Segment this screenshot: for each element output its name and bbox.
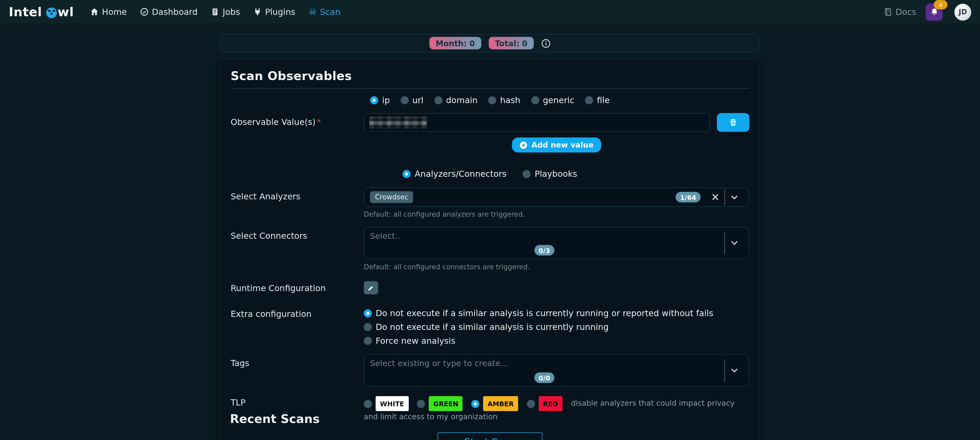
tags-multiselect[interactable]: Select existing or type to create... 0/0 xyxy=(364,354,749,387)
observable-type-radios: ip url domain hash generic file xyxy=(231,89,749,113)
remove-value-button[interactable] xyxy=(717,113,749,132)
nav-item-home[interactable]: Home xyxy=(90,7,127,17)
connectors-count-badge: 0/3 xyxy=(534,245,555,256)
notifications-button[interactable]: 4 xyxy=(926,3,942,20)
info-icon[interactable] xyxy=(541,38,550,48)
observable-value-input[interactable] xyxy=(364,113,710,132)
pencil-icon xyxy=(368,284,374,291)
radio-domain[interactable] xyxy=(434,96,442,104)
notification-count-badge: 4 xyxy=(934,0,948,9)
connectors-multiselect[interactable]: Select.. 0/3 xyxy=(364,227,749,259)
trash-icon xyxy=(729,118,737,127)
extra-option-3[interactable]: Force new analysis xyxy=(364,335,749,346)
plus-icon xyxy=(520,141,528,149)
jobs-icon xyxy=(211,8,220,16)
tlp-green-badge: GREEN xyxy=(429,396,463,411)
tlp-option-amber[interactable]: AMBER xyxy=(471,396,518,411)
chevron-down-icon[interactable] xyxy=(725,241,744,246)
tlp-option-green[interactable]: GREEN xyxy=(417,396,463,411)
radio-tlp-white[interactable] xyxy=(364,400,372,408)
radio-tlp-green[interactable] xyxy=(417,400,425,408)
type-option-file[interactable]: file xyxy=(585,95,610,105)
type-option-generic[interactable]: generic xyxy=(531,95,574,105)
job-stats-box: Month: 0 Total: 0 xyxy=(220,34,760,52)
mode-label: Playbooks xyxy=(535,169,577,179)
recent-scans-heading: Recent Scans xyxy=(230,412,320,426)
required-asterisk: * xyxy=(317,117,321,127)
type-label: domain xyxy=(446,95,477,105)
type-label: file xyxy=(597,95,609,105)
add-new-value-button[interactable]: Add new value xyxy=(512,137,601,152)
tlp-white-badge: WHITE xyxy=(375,396,409,411)
type-label: hash xyxy=(500,95,520,105)
connectors-helper-text: Default: all configured connectors are t… xyxy=(364,263,749,271)
connectors-placeholder: Select.. xyxy=(370,231,719,241)
month-count-badge: Month: 0 xyxy=(429,37,481,49)
type-label: url xyxy=(412,95,423,105)
radio-generic[interactable] xyxy=(531,96,539,104)
top-navbar: Intelwl Home Dashboard Jobs Plugins ☠ Sc… xyxy=(0,0,980,24)
type-option-url[interactable]: url xyxy=(401,95,424,105)
select-connectors-label: Select Connectors xyxy=(231,227,364,241)
nav-item-dashboard[interactable]: Dashboard xyxy=(140,7,197,17)
intelowl-brand[interactable]: Intelwl xyxy=(9,4,74,19)
chevron-down-icon[interactable] xyxy=(725,368,744,373)
type-option-hash[interactable]: hash xyxy=(488,95,520,105)
home-icon xyxy=(90,8,99,16)
select-connectors-row: Select Connectors Select.. 0/3 Default: … xyxy=(231,227,749,271)
mode-option-analyzers-connectors[interactable]: Analyzers/Connectors xyxy=(403,169,507,179)
nav-item-jobs[interactable]: Jobs xyxy=(211,7,240,17)
edit-runtime-config-button[interactable] xyxy=(364,281,378,294)
docs-book-icon xyxy=(884,8,892,16)
page-title: Scan Observables xyxy=(231,69,749,83)
nav-item-scan[interactable]: ☠ Scan xyxy=(309,7,340,17)
tlp-red-badge: RED xyxy=(539,396,562,411)
total-count-badge: Total: 0 xyxy=(488,37,534,49)
runtime-configuration-label: Runtime Configuration xyxy=(231,281,364,293)
mode-label: Analyzers/Connectors xyxy=(415,169,506,179)
nav-links: Home Dashboard Jobs Plugins ☠ Scan xyxy=(90,7,340,17)
type-option-ip[interactable]: ip xyxy=(370,95,390,105)
tlp-option-red[interactable]: RED xyxy=(527,396,562,411)
radio-tlp-amber[interactable] xyxy=(471,400,479,408)
start-scan-button[interactable]: Start Scan xyxy=(438,432,542,440)
radio-extra-3[interactable] xyxy=(364,337,372,345)
scan-skull-icon: ☠ xyxy=(309,7,317,16)
docs-label: Docs xyxy=(896,7,916,17)
analyzer-chip: Crowdsec xyxy=(370,191,413,203)
docs-link[interactable]: Docs xyxy=(884,7,916,17)
nav-item-plugins[interactable]: Plugins xyxy=(253,7,295,17)
extra-option-2[interactable]: Do not execute if a similar analysis is … xyxy=(364,322,749,332)
select-analyzers-label: Select Analyzers xyxy=(231,187,364,201)
owl-logo-icon xyxy=(46,7,57,18)
user-avatar[interactable]: JD xyxy=(955,3,971,20)
radio-extra-2[interactable] xyxy=(364,323,372,331)
type-label: ip xyxy=(382,95,390,105)
radio-ip[interactable] xyxy=(370,96,379,104)
chevron-down-icon[interactable] xyxy=(725,195,744,200)
extra-option-1[interactable]: Do not execute if a similar analysis is … xyxy=(364,308,749,318)
type-label: generic xyxy=(543,95,574,105)
radio-file[interactable] xyxy=(585,96,593,104)
tags-label: Tags xyxy=(231,354,364,368)
scan-observables-card: Scan Observables ip url domain hash gene… xyxy=(220,59,760,440)
tlp-option-white[interactable]: WHITE xyxy=(364,396,409,411)
type-option-domain[interactable]: domain xyxy=(434,95,477,105)
clear-icon[interactable] xyxy=(706,194,724,201)
radio-playbooks[interactable] xyxy=(523,170,531,178)
select-analyzers-row: Select Analyzers Crowdsec 1/64 Def xyxy=(231,187,749,219)
runtime-configuration-row: Runtime Configuration xyxy=(231,281,749,294)
analyzers-multiselect[interactable]: Crowdsec 1/64 xyxy=(364,187,749,207)
nav-item-label: Dashboard xyxy=(152,7,197,17)
radio-analyzers-connectors[interactable] xyxy=(403,170,411,178)
radio-hash[interactable] xyxy=(488,96,496,104)
extra-option-label: Do not execute if a similar analysis is … xyxy=(375,308,713,318)
extra-configuration-label: Extra configuration xyxy=(231,305,364,319)
mode-option-playbooks[interactable]: Playbooks xyxy=(523,169,578,179)
radio-extra-1[interactable] xyxy=(364,309,372,317)
analyzers-helper-text: Default: all configured analyzers are tr… xyxy=(364,211,749,219)
radio-tlp-red[interactable] xyxy=(527,400,535,408)
radio-url[interactable] xyxy=(401,96,409,104)
nav-item-label: Plugins xyxy=(265,7,296,17)
observable-values-row: Observable Value(s)* xyxy=(231,113,749,152)
